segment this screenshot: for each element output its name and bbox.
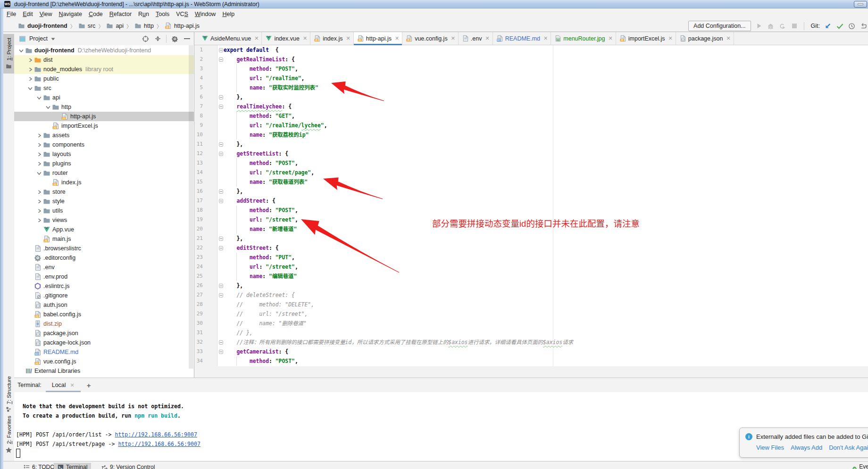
- tree-item-plugins[interactable]: plugins: [14, 159, 194, 168]
- line-number[interactable]: 17: [194, 196, 203, 206]
- close-icon[interactable]: ✕: [668, 35, 673, 41]
- line-number[interactable]: 3: [194, 64, 203, 74]
- new-terminal-icon[interactable]: +: [87, 381, 91, 389]
- editor-tab-package.json[interactable]: {} package.json ✕: [676, 32, 734, 45]
- editor-tab-http-api.js[interactable]: JS http-api.js ✕: [354, 32, 402, 45]
- tree-item-http[interactable]: http: [14, 102, 194, 112]
- hide-icon[interactable]: [183, 35, 191, 43]
- close-icon[interactable]: ✕: [70, 382, 75, 388]
- tree-item-App.vue[interactable]: App.vue: [14, 225, 194, 234]
- gear-icon[interactable]: [171, 35, 179, 43]
- line-number[interactable]: 27: [194, 290, 203, 300]
- chevron-expanded-icon[interactable]: [17, 49, 25, 53]
- coverage-icon[interactable]: [779, 22, 786, 30]
- fold-marker-icon[interactable]: [219, 58, 223, 62]
- line-number[interactable]: 18: [194, 206, 203, 215]
- breadcrumb-duoji-frontend[interactable]: duoji-frontend: [18, 22, 67, 29]
- close-icon[interactable]: ✕: [543, 35, 548, 41]
- tree-item-store[interactable]: store: [14, 187, 194, 197]
- editor-tab-index.js[interactable]: JS index.js ✕: [310, 32, 354, 45]
- editor-tab-menuRouter.jpg[interactable]: menuRouter.jpg ✕: [551, 32, 616, 45]
- add-configuration-button[interactable]: Add Configuration...: [688, 21, 751, 31]
- chevron-collapsed-icon[interactable]: [35, 162, 43, 166]
- line-number[interactable]: 7: [194, 102, 203, 111]
- tree-item-.browserslistrc[interactable]: .browserslistrc: [14, 244, 194, 253]
- chevron-collapsed-icon[interactable]: [26, 58, 34, 62]
- editor-tab-AsideMenu.vue[interactable]: AsideMenu.vue ✕: [198, 32, 262, 45]
- line-number[interactable]: 10: [194, 130, 203, 140]
- menu-file[interactable]: File: [3, 9, 19, 19]
- menu-help[interactable]: Help: [219, 9, 238, 19]
- breadcrumb-src[interactable]: src: [78, 22, 96, 29]
- breadcrumb-http-api.js[interactable]: JS http-api.js: [165, 22, 200, 29]
- tree-item-.env[interactable]: .env: [14, 263, 194, 272]
- line-number[interactable]: 13: [194, 158, 203, 168]
- tree-item-assets[interactable]: assets: [14, 131, 194, 140]
- stripe--structure[interactable]: 7: Structure: [3, 372, 14, 417]
- code-editor[interactable]: 1export default {2 getRealTimeList: {3 m…: [194, 45, 868, 366]
- tree-item-utils[interactable]: utils: [14, 206, 194, 215]
- fold-marker-icon[interactable]: [219, 237, 223, 241]
- fold-marker-icon[interactable]: [219, 350, 223, 354]
- close-icon[interactable]: ✕: [254, 35, 259, 41]
- editor-tab-README.md[interactable]: MD README.md ✕: [493, 32, 551, 45]
- tree-item-duoji-frontend[interactable]: duoji-frontendD:\zheheWeb\duoji-frontend: [14, 46, 194, 55]
- line-number[interactable]: 8: [194, 111, 203, 121]
- line-number[interactable]: 15: [194, 177, 203, 187]
- terminal-link[interactable]: http://192.168.66.56:9007: [115, 431, 197, 438]
- tree-item-api[interactable]: api: [14, 93, 194, 102]
- chevron-collapsed-icon[interactable]: [35, 190, 43, 194]
- tree-item-dist.zip[interactable]: dist.zip: [14, 319, 194, 329]
- menu-refactor[interactable]: Refactor: [106, 9, 135, 19]
- breadcrumb-http[interactable]: http: [134, 22, 154, 29]
- chevron-collapsed-icon[interactable]: [26, 67, 34, 72]
- tree-item-router[interactable]: router: [14, 168, 194, 178]
- minimize-button[interactable]: [854, 1, 867, 8]
- line-number[interactable]: 34: [194, 356, 203, 366]
- line-number[interactable]: 21: [194, 234, 203, 243]
- tree-item-views[interactable]: views: [14, 215, 194, 225]
- project-panel-title[interactable]: Project: [29, 35, 48, 42]
- chevron-collapsed-icon[interactable]: [35, 209, 43, 213]
- tree-item-External Libraries[interactable]: External Libraries: [14, 366, 194, 376]
- fold-marker-icon[interactable]: [219, 293, 223, 297]
- tree-item-components[interactable]: components: [14, 140, 194, 149]
- line-number[interactable]: 24: [194, 262, 203, 272]
- commit-icon[interactable]: [836, 22, 843, 30]
- fold-marker-icon[interactable]: [219, 95, 223, 99]
- statusbar-terminal[interactable]: Terminal: [54, 463, 91, 469]
- tree-item-importExcel.js[interactable]: JS importExcel.js: [14, 121, 194, 131]
- line-number[interactable]: 32: [194, 337, 203, 347]
- close-icon[interactable]: ✕: [346, 35, 351, 41]
- debug-icon[interactable]: [767, 22, 775, 30]
- tree-item-.eslintrc.js[interactable]: .eslintrc.js: [14, 281, 194, 291]
- chevron-collapsed-icon[interactable]: [35, 218, 43, 222]
- stripe--project[interactable]: 1: Project: [3, 34, 14, 74]
- run-icon[interactable]: [755, 22, 763, 30]
- line-number[interactable]: 1: [194, 45, 203, 55]
- tree-item-vue.config.js[interactable]: JS vue.config.js: [14, 357, 194, 366]
- line-number[interactable]: 16: [194, 187, 203, 196]
- tree-item-public[interactable]: public: [14, 74, 194, 83]
- menu-run[interactable]: Run: [135, 9, 152, 19]
- tree-item-babel.config.js[interactable]: JS babel.config.js: [14, 310, 194, 319]
- fold-marker-icon[interactable]: [219, 246, 223, 250]
- fold-marker-icon[interactable]: [219, 284, 223, 288]
- chevron-collapsed-icon[interactable]: [35, 199, 43, 204]
- tree-item-package.json[interactable]: {}package.json: [14, 329, 194, 338]
- menu-vcs[interactable]: VCS: [173, 9, 192, 19]
- stripe--favorites[interactable]: 2: Favorites: [3, 412, 14, 458]
- tree-item-layouts[interactable]: layouts: [14, 149, 194, 159]
- fold-marker-icon[interactable]: [219, 189, 223, 194]
- collapse-all-icon[interactable]: [154, 35, 162, 43]
- line-number[interactable]: 22: [194, 243, 203, 253]
- chevron-down-icon[interactable]: [51, 35, 55, 42]
- project-tree-scrollbar[interactable]: [189, 45, 193, 369]
- editor-tab-.env[interactable]: .env ✕: [459, 32, 493, 45]
- breadcrumb-api[interactable]: api: [106, 22, 124, 29]
- editor-tab-importExcel.js[interactable]: JS importExcel.js ✕: [616, 32, 676, 45]
- notification-link-always-add[interactable]: Always Add: [791, 444, 822, 451]
- line-number[interactable]: 6: [194, 92, 203, 102]
- revert-icon[interactable]: [860, 22, 867, 30]
- terminal-tab-local[interactable]: Local ✕: [50, 378, 76, 392]
